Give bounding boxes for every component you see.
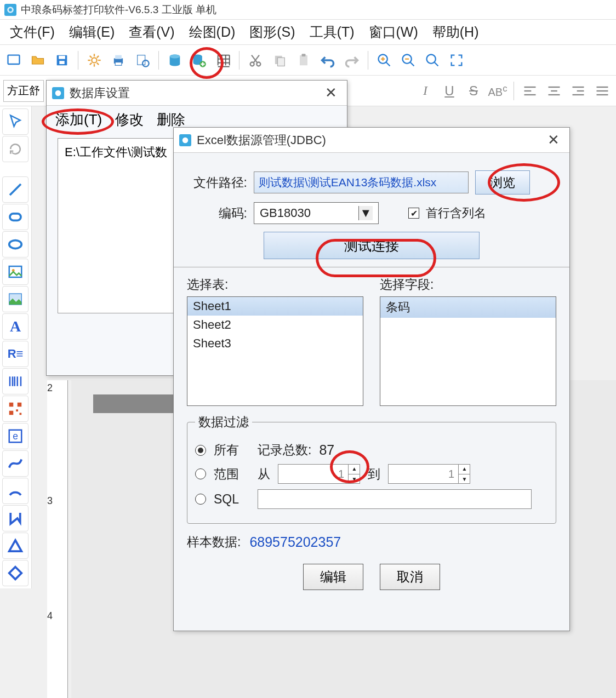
rounded-rect-tool-icon[interactable] — [2, 204, 28, 230]
svg-rect-2 — [8, 55, 20, 64]
cut-icon[interactable] — [245, 50, 266, 71]
save-icon[interactable] — [52, 50, 72, 71]
line-tool-icon[interactable] — [2, 176, 28, 203]
qrcode-tool-icon[interactable] — [2, 396, 28, 422]
svg-rect-17 — [115, 62, 122, 65]
close-icon[interactable]: ✕ — [321, 84, 341, 101]
encoding-label: 编码: — [187, 205, 247, 222]
arc-tool-icon[interactable] — [2, 478, 28, 504]
db-dialog-title: 数据库设置 — [70, 85, 130, 101]
svg-line-14 — [97, 55, 99, 58]
tool-palette: A R≡ e — [0, 106, 32, 588]
from-label: 从 — [258, 466, 270, 483]
richtext-tool-icon[interactable]: R≡ — [2, 341, 28, 367]
menu-tool[interactable]: 工具(T) — [303, 21, 361, 43]
curve-tool-icon[interactable] — [2, 450, 28, 477]
cancel-button[interactable]: 取消 — [380, 564, 440, 590]
test-connection-button[interactable]: 测试连接 — [264, 232, 480, 259]
ecode-tool-icon[interactable]: e — [2, 423, 28, 449]
redo-icon[interactable] — [341, 50, 362, 71]
radio-sql[interactable] — [195, 494, 206, 505]
settings-gear-icon[interactable] — [84, 50, 105, 71]
field-listbox[interactable]: 条码 — [380, 296, 556, 406]
browse-button[interactable]: 浏览 — [475, 170, 530, 194]
db-icon[interactable] — [164, 50, 185, 71]
undo-icon[interactable] — [317, 50, 338, 71]
menu-draw[interactable]: 绘图(D) — [182, 21, 242, 43]
db-modify-tab[interactable]: 修改 — [115, 110, 144, 129]
close-icon[interactable]: ✕ — [543, 131, 564, 148]
image-tool-icon[interactable] — [2, 259, 28, 285]
excel-dialog-title: Excel数据源管理(JDBC) — [197, 132, 326, 148]
copy-icon[interactable] — [269, 50, 290, 71]
radio-all-label: 所有 — [214, 442, 239, 459]
new-doc-icon[interactable] — [3, 50, 24, 71]
svg-rect-73 — [16, 409, 18, 411]
underline-icon[interactable]: U — [439, 81, 460, 101]
svg-point-61 — [9, 241, 22, 249]
triangle-tool-icon[interactable] — [2, 533, 28, 559]
sheet-listbox[interactable]: Sheet1 Sheet2 Sheet3 — [187, 296, 363, 406]
barcode-tool-icon[interactable] — [2, 368, 28, 394]
encoding-combo[interactable]: GB18030 ▼ — [254, 202, 379, 224]
edit-button[interactable]: 编辑 — [303, 564, 363, 590]
cursor-tool-icon[interactable] — [2, 108, 28, 135]
print-preview-icon[interactable] — [132, 50, 153, 71]
radio-sql-label: SQL — [214, 492, 239, 507]
strikethrough-icon[interactable]: S — [463, 81, 484, 101]
fullscreen-icon[interactable] — [446, 50, 467, 71]
align-right-icon[interactable] — [568, 81, 589, 101]
svg-rect-16 — [115, 55, 122, 59]
to-label: 到 — [368, 466, 380, 483]
svg-rect-62 — [9, 266, 22, 277]
db-add-tab[interactable]: 添加(T) — [55, 110, 102, 129]
vertical-ruler: 2 3 4 — [47, 380, 68, 698]
menu-file[interactable]: 文件(F) — [3, 21, 61, 43]
sql-input[interactable] — [258, 489, 532, 509]
spinner-icon[interactable]: ▲▼ — [348, 464, 360, 484]
radio-range-label: 范围 — [214, 466, 239, 483]
superscript-icon[interactable]: ABc — [487, 81, 508, 101]
db-add-icon[interactable] — [189, 50, 209, 71]
zoom-out-icon[interactable] — [398, 50, 419, 71]
field-item[interactable]: 条码 — [380, 297, 556, 318]
italic-icon[interactable]: I — [415, 81, 436, 101]
zoom-fit-icon[interactable] — [422, 50, 443, 71]
first-row-checkbox[interactable]: ✔ — [408, 208, 419, 219]
spinner-icon[interactable]: ▲▼ — [458, 464, 470, 484]
zoom-in-icon[interactable] — [374, 50, 395, 71]
menu-view[interactable]: 查看(V) — [122, 21, 181, 43]
radio-all[interactable] — [195, 445, 206, 456]
ellipse-tool-icon[interactable] — [2, 231, 28, 258]
menu-window[interactable]: 窗口(W) — [362, 21, 425, 43]
rotate-tool-icon[interactable] — [2, 136, 28, 162]
print-icon[interactable] — [108, 50, 129, 71]
menu-shape[interactable]: 图形(S) — [243, 21, 301, 43]
db-delete-tab[interactable]: 删除 — [157, 110, 185, 129]
open-folder-icon[interactable] — [27, 50, 48, 71]
menu-help[interactable]: 帮助(H) — [426, 21, 486, 43]
menu-edit[interactable]: 编辑(E) — [62, 21, 121, 43]
svg-line-59 — [10, 184, 21, 195]
font-name-input[interactable] — [3, 80, 44, 102]
align-left-icon[interactable] — [520, 81, 540, 101]
filter-legend: 数据过滤 — [195, 414, 252, 431]
text-tool-icon[interactable]: A — [2, 313, 28, 340]
grid-icon[interactable] — [213, 50, 233, 71]
diamond-tool-icon[interactable] — [2, 560, 28, 586]
align-justify-icon[interactable] — [592, 81, 613, 101]
file-path-input[interactable] — [254, 171, 469, 193]
radio-range[interactable] — [195, 468, 206, 479]
sheet-item[interactable]: Sheet3 — [187, 334, 363, 353]
sheet-item[interactable]: Sheet2 — [187, 316, 363, 334]
svg-line-13 — [90, 62, 92, 65]
svg-point-78 — [182, 137, 189, 143]
svg-rect-70 — [9, 403, 14, 407]
paste-icon[interactable] — [293, 50, 314, 71]
record-count-label: 记录总数: — [258, 442, 311, 459]
svg-line-11 — [90, 55, 92, 58]
align-center-icon[interactable] — [544, 81, 564, 101]
sheet-item[interactable]: Sheet1 — [187, 297, 363, 316]
polygon-tool-icon[interactable] — [2, 505, 28, 531]
picture-tool-icon[interactable] — [2, 286, 28, 312]
